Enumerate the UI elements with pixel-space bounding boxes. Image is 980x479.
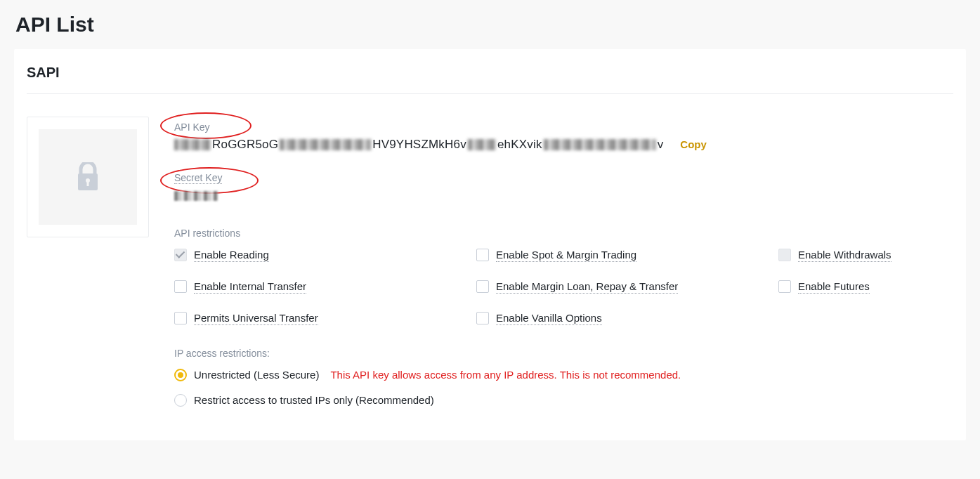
ip-option-restrict-access-to-trusted-ips-only-recommended[interactable]: Restrict access to trusted IPs only (Rec… [174,394,953,407]
permission-enable-margin-loan-repay-transfer[interactable]: Enable Margin Loan, Repay & Transfer [476,280,778,294]
ip-warning-text: This API key allows access from any IP a… [330,369,681,381]
checkbox-icon [174,249,187,261]
checkbox-icon [778,249,791,261]
secret-key-value-obscured [174,191,218,201]
checkbox-icon[interactable] [476,249,489,261]
permission-permits-universal-transfer[interactable]: Permits Universal Transfer [174,312,476,325]
checkbox-icon[interactable] [174,280,187,293]
permission-label: Permits Universal Transfer [194,312,318,325]
checkbox-icon[interactable] [476,312,489,324]
permission-label: Enable Spot & Margin Trading [496,249,636,262]
secret-key-label: Secret Key [174,172,222,184]
radio-label: Restrict access to trusted IPs only (Rec… [194,394,434,406]
radio-icon[interactable] [174,369,187,381]
api-key-value: RoGGR5oGHV9YHSZMkH6vehKXvikv [174,137,663,152]
api-key-label: API Key [174,122,210,133]
ip-access-title: IP access restrictions: [174,348,953,359]
api-restrictions-title: API restrictions [174,228,953,239]
permission-label: Enable Internal Transfer [194,280,306,294]
permission-label: Enable Futures [798,280,870,294]
permission-enable-futures[interactable]: Enable Futures [778,280,953,294]
permission-enable-spot-margin-trading[interactable]: Enable Spot & Margin Trading [476,249,778,262]
checkbox-icon[interactable] [778,280,791,293]
permission-enable-reading: Enable Reading [174,249,476,262]
page-title: API List [14,0,966,49]
api-card: SAPI [14,49,966,440]
permission-enable-withdrawals: Enable Withdrawals [778,249,953,262]
ip-option-unrestricted-less-secure[interactable]: Unrestricted (Less Secure)This API key a… [174,369,953,381]
permission-label: Enable Margin Loan, Repay & Transfer [496,280,678,294]
permission-label: Enable Reading [194,249,269,262]
qr-code-placeholder [27,117,149,237]
permission-enable-internal-transfer[interactable]: Enable Internal Transfer [174,280,476,294]
radio-icon[interactable] [174,394,187,407]
api-section-label: SAPI [27,65,953,94]
copy-api-key-button[interactable]: Copy [680,138,707,150]
permission-label: Enable Vanilla Options [496,312,602,325]
lock-icon [77,162,99,192]
svg-rect-2 [87,181,89,186]
radio-label: Unrestricted (Less Secure) [194,369,319,381]
checkbox-icon[interactable] [476,280,489,293]
checkbox-icon[interactable] [174,312,187,324]
permission-enable-vanilla-options[interactable]: Enable Vanilla Options [476,312,778,325]
permission-label: Enable Withdrawals [798,249,891,262]
